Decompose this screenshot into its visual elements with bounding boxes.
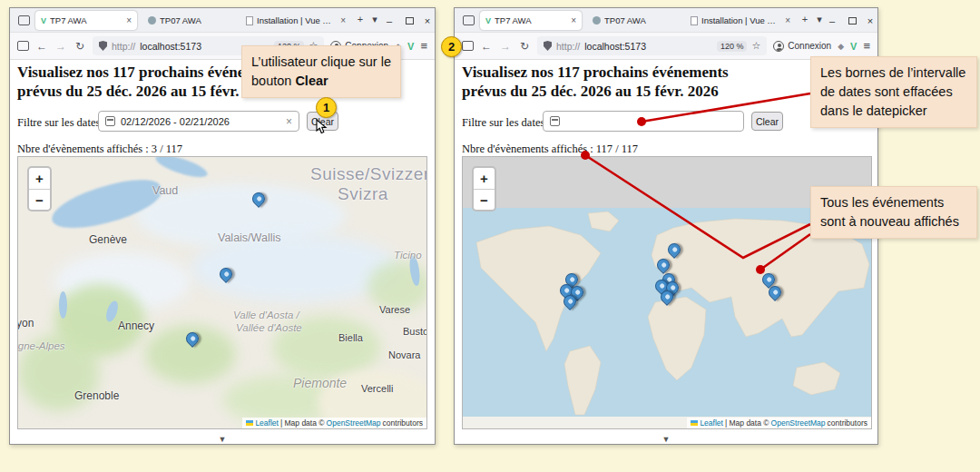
- note-dates-cleared: Les bornes de l’intervalle de dates sont…: [810, 56, 977, 128]
- scroll-down-icon[interactable]: ▼: [219, 435, 227, 444]
- map-place-label: Vercelli: [361, 383, 393, 394]
- tab-vue-datepicker-docs[interactable]: Installation | Vue Datepick ×: [685, 11, 796, 30]
- address-bar[interactable]: http://localhost:5173 120 % ☆: [537, 36, 767, 55]
- map-place-label: Busto A: [403, 326, 427, 337]
- map-marker-pin[interactable]: [665, 241, 683, 259]
- minimize-button[interactable]: –: [823, 8, 841, 33]
- map-place-label: yon: [17, 317, 34, 329]
- map-attribution: Leaflet | Map data © OpenStreetMap contr…: [687, 418, 871, 428]
- firefox-view-icon[interactable]: [18, 15, 30, 25]
- tab-vue-datepicker-docs[interactable]: Installation | Vue Datepick ×: [240, 11, 351, 30]
- new-tab-button[interactable]: +: [798, 14, 812, 25]
- filter-label: Filtre sur les dates :: [17, 116, 106, 130]
- url-scheme: http://: [556, 41, 580, 52]
- site-favicon: [148, 16, 156, 25]
- vue-devtools-icon[interactable]: V: [850, 41, 857, 52]
- url-host: localhost:5173: [140, 41, 201, 52]
- reload-icon[interactable]: ↻: [74, 40, 86, 53]
- input-clear-icon[interactable]: ×: [286, 115, 292, 128]
- map-place-label: Annecy: [118, 320, 154, 332]
- zoom-level-badge[interactable]: 120 %: [717, 41, 748, 52]
- tab-label: Installation | Vue Datepick: [701, 15, 779, 25]
- extension-icon[interactable]: ◆: [838, 42, 844, 51]
- map-marker-pin[interactable]: [217, 265, 235, 283]
- tab-close-icon[interactable]: ×: [340, 15, 346, 25]
- map-marker-pin[interactable]: [654, 256, 672, 274]
- shield-icon[interactable]: [99, 41, 107, 51]
- map-place-label: Suisse/Svizzera/: [310, 164, 427, 184]
- shield-icon[interactable]: [544, 41, 552, 51]
- tab-tp07-awa[interactable]: TP07 AWA: [587, 11, 681, 30]
- leaflet-map-alps[interactable]: Suisse/Svizzera/SvizraVaudGenèveValais/W…: [17, 156, 427, 429]
- calendar-icon: [105, 116, 115, 126]
- reload-icon[interactable]: ↻: [518, 40, 531, 53]
- connexion-label: Connexion: [788, 41, 831, 51]
- attribution-text: contributors: [383, 418, 423, 428]
- new-tab-button[interactable]: +: [353, 14, 368, 25]
- map-place-label: Biella: [338, 332, 363, 343]
- maximize-button[interactable]: [400, 8, 418, 33]
- close-window-button[interactable]: ×: [861, 8, 879, 33]
- map-marker-pin[interactable]: [183, 329, 201, 348]
- leaflet-link[interactable]: Leaflet: [700, 418, 723, 428]
- maximize-button[interactable]: [843, 8, 861, 33]
- note-all-events: Tous les événements sont à nouveau affic…: [810, 186, 977, 239]
- clear-button[interactable]: Clear: [751, 112, 783, 131]
- map-attribution: Leaflet | Map data © OpenStreetMap contr…: [242, 418, 426, 428]
- events-count: Nbre d'évènements affichés : 117 / 117: [462, 143, 638, 156]
- menu-icon[interactable]: ≡: [420, 39, 427, 53]
- minimize-button[interactable]: –: [380, 8, 398, 33]
- osm-link[interactable]: OpenStreetMap: [771, 418, 826, 428]
- forward-icon[interactable]: →: [499, 40, 512, 53]
- import-icon[interactable]: [462, 41, 474, 51]
- datepicker-input[interactable]: [543, 111, 744, 132]
- calendar-icon: [550, 116, 560, 126]
- note-step1: L’utilisateur clique sur le bouton Clear: [241, 45, 401, 98]
- leaflet-link[interactable]: Leaflet: [255, 418, 279, 428]
- menu-icon[interactable]: ≡: [863, 39, 870, 53]
- tab-label: TP07 AWA: [604, 15, 646, 25]
- back-icon[interactable]: ←: [480, 40, 493, 53]
- connexion-button[interactable]: Connexion: [773, 41, 831, 52]
- filter-label: Filtre sur les dates :: [462, 116, 551, 130]
- bookmark-star-icon[interactable]: ☆: [751, 40, 760, 52]
- tab-close-icon[interactable]: ×: [785, 15, 790, 25]
- zoom-in-button[interactable]: +: [29, 168, 50, 189]
- note-step1-bold: Clear: [295, 74, 328, 88]
- tab-close-icon[interactable]: ×: [126, 15, 132, 25]
- site-favicon: [593, 16, 601, 25]
- attribution-text: | Map data ©: [280, 418, 325, 428]
- tab-close-icon[interactable]: ×: [571, 15, 576, 25]
- vue-devtools-icon[interactable]: V: [407, 41, 414, 52]
- tab-tp7-awa[interactable]: V TP7 AWA ×: [480, 11, 582, 30]
- tab-tp07-awa[interactable]: TP07 AWA: [142, 11, 237, 30]
- firefox-view-icon[interactable]: [463, 15, 475, 25]
- vue-favicon: V: [41, 16, 46, 25]
- close-window-button[interactable]: ×: [418, 8, 436, 33]
- url-host: localhost:5173: [584, 41, 646, 52]
- back-icon[interactable]: ←: [35, 40, 48, 53]
- osm-link[interactable]: OpenStreetMap: [327, 418, 381, 428]
- tab-tp7-awa[interactable]: V TP7 AWA ×: [35, 11, 137, 30]
- zoom-out-button[interactable]: −: [474, 189, 495, 210]
- datepicker-input[interactable]: 02/12/2026 - 02/21/2026 ×: [98, 111, 299, 132]
- map-place-label: Vaud: [152, 184, 178, 197]
- step-badge-1: 1: [316, 97, 337, 118]
- map-place-label: Vallée d'Aoste: [236, 322, 302, 333]
- import-icon[interactable]: [17, 41, 29, 51]
- attribution-text: contributors: [828, 418, 867, 428]
- forward-icon[interactable]: →: [54, 40, 67, 53]
- zoom-out-button[interactable]: −: [29, 189, 50, 210]
- tab-label: TP7 AWA: [50, 15, 86, 25]
- person-icon: [773, 41, 784, 52]
- tab-label: TP7 AWA: [495, 15, 531, 25]
- scroll-down-icon[interactable]: ▼: [662, 435, 671, 444]
- date-range-value: 02/12/2026 - 02/21/2026: [121, 116, 230, 127]
- zoom-in-button[interactable]: +: [474, 168, 495, 189]
- tab-label: TP07 AWA: [160, 15, 201, 25]
- tab-bar: V TP7 AWA × TP07 AWA Installation | Vue …: [455, 8, 877, 33]
- map-place-label: Ticino: [394, 250, 422, 261]
- tutorial-canvas: V TP7 AWA × TP07 AWA Installation | Vue …: [0, 0, 980, 472]
- map-marker-pin[interactable]: [250, 190, 268, 208]
- attribution-text: | Map data ©: [725, 418, 769, 428]
